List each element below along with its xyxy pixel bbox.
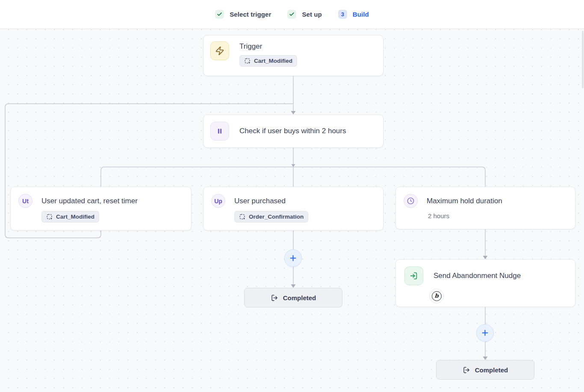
event-tag[interactable]: Order_Confirmation [234, 211, 308, 222]
node-title: Maximum hold duration [427, 196, 502, 206]
step-build[interactable]: 3 Build [338, 10, 369, 19]
event-avatar: Up [211, 194, 225, 208]
clock-icon [404, 194, 418, 208]
log-out-icon [463, 366, 471, 374]
step-label: Build [353, 11, 369, 18]
event-avatar: Ut [18, 194, 32, 208]
wait-node[interactable]: Check if user buys within 2 hours [203, 114, 383, 148]
wizard-steps-header: Select trigger Set up 3 Build [0, 0, 584, 29]
branch-reset-node[interactable]: Ut User updated cart, reset timer Cart_M… [10, 187, 192, 231]
event-tag-label: Cart_Modified [56, 214, 94, 220]
pause-icon [210, 122, 229, 140]
zap-icon [210, 41, 229, 60]
braze-letter: b [432, 291, 442, 301]
event-selector-icon [46, 214, 53, 220]
completed-exit-node[interactable]: Completed [436, 360, 534, 380]
event-tag-label: Cart_Modified [254, 58, 292, 64]
node-title: Send Abandonment Nudge [434, 271, 521, 281]
step-number-badge: 3 [338, 10, 347, 19]
completed-exit-node[interactable]: Completed [244, 288, 342, 307]
log-out-icon [271, 294, 279, 302]
plus-icon [481, 329, 489, 337]
hold-duration-value: 2 hours [428, 212, 567, 219]
braze-integration-icon[interactable]: b [429, 289, 444, 303]
event-tag-label: Order_Confirmation [249, 214, 304, 220]
event-tag[interactable]: Cart_Modified [41, 211, 99, 222]
event-selector-icon [239, 214, 246, 220]
branch-max-hold-node[interactable]: Maximum hold duration 2 hours [395, 187, 575, 229]
workflow-canvas[interactable]: Trigger Cart_Modified Check if user buys… [0, 29, 584, 392]
node-title: Trigger [239, 41, 297, 52]
trigger-node[interactable]: Trigger Cart_Modified [203, 35, 383, 76]
plus-icon [289, 254, 297, 262]
send-nudge-node[interactable]: Send Abandonment Nudge b [395, 259, 575, 307]
node-title: Check if user buys within 2 hours [239, 126, 346, 136]
completed-label: Completed [283, 294, 316, 301]
check-icon [287, 10, 296, 19]
step-select-trigger[interactable]: Select trigger [215, 10, 271, 19]
node-title: User purchased [234, 196, 286, 206]
step-label: Select trigger [230, 11, 271, 18]
event-selector-icon [244, 58, 251, 64]
completed-label: Completed [475, 366, 508, 374]
step-set-up[interactable]: Set up [287, 10, 321, 19]
check-icon [215, 10, 224, 19]
branch-purchased-node[interactable]: Up User purchased Order_Confirmation [203, 187, 383, 231]
log-in-icon [404, 266, 423, 285]
add-step-button[interactable] [284, 249, 302, 267]
add-step-button[interactable] [476, 324, 494, 342]
step-label: Set up [302, 11, 321, 18]
event-tag[interactable]: Cart_Modified [239, 55, 297, 67]
vertical-scrollbar[interactable] [582, 31, 584, 88]
node-title: User updated cart, reset timer [41, 196, 138, 206]
